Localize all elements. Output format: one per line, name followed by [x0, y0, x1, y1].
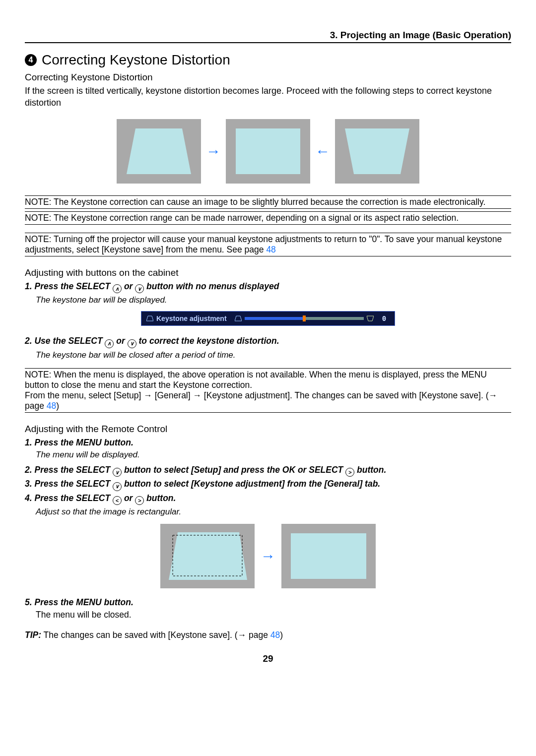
- note-text: ): [56, 401, 59, 411]
- keystone-slider[interactable]: [245, 317, 364, 320]
- svg-rect-8: [291, 533, 366, 579]
- arrow-right-icon: →: [261, 548, 275, 565]
- keystone-adjustment-bar: Keystone adjustment 0: [141, 311, 395, 326]
- down-button-icon: ∨: [135, 284, 144, 293]
- note-menu-line1: NOTE: When the menu is displayed, the ab…: [25, 370, 511, 390]
- trapezoid-top-icon: [146, 315, 153, 321]
- up-button-icon: ∧: [113, 284, 122, 293]
- note-menu-line2: From the menu, select [Setup] → [General…: [25, 390, 511, 411]
- arrow-right-icon: →: [206, 143, 221, 160]
- subsection-title: Correcting Keystone Distortion: [25, 72, 511, 83]
- keystone-diagram-1: → ←: [25, 119, 511, 184]
- rectangle-corrected: [226, 119, 310, 184]
- trapezoid-bottom-icon: [367, 315, 374, 321]
- cabinet-step-2: 2. Use the SELECT ∧ or ∨ to correct the …: [25, 336, 511, 348]
- step-text: button to select [Setup] and press the O…: [122, 465, 345, 475]
- heading-cabinet: Adjusting with buttons on the cabinet: [25, 267, 511, 278]
- chapter-title: 3. Projecting an Image (Basic Operation): [330, 30, 511, 42]
- step-text: 2. Press the SELECT: [25, 465, 113, 475]
- tip-label: TIP:: [25, 630, 41, 640]
- remote-step-4-result: Adjust so that the image is rectangular.: [36, 507, 511, 517]
- step-text: or: [122, 493, 135, 503]
- step-text: or: [114, 336, 127, 346]
- note-save: NOTE: Turning off the projector will cau…: [25, 233, 511, 256]
- svg-rect-1: [236, 128, 300, 174]
- down-button-icon: ∨: [113, 468, 122, 477]
- cabinet-step-2-result: The keystone bar will be closed after a …: [36, 350, 511, 360]
- step-text: 2. Use the SELECT: [25, 336, 105, 346]
- note-menu: NOTE: When the menu is displayed, the ab…: [25, 368, 511, 413]
- slider-handle[interactable]: [303, 315, 306, 321]
- arrow-left-icon: ←: [315, 143, 330, 160]
- note-save-text: NOTE: Turning off the projector will cau…: [25, 234, 502, 254]
- step-text: 1. Press the SELECT: [25, 281, 113, 291]
- note-range: NOTE: The Keystone correction range can …: [25, 211, 511, 225]
- trapezoid-narrow-top: [117, 119, 201, 184]
- intro-text: If the screen is tilted vertically, keys…: [25, 85, 511, 109]
- heading-remote: Adjusting with the Remote Control: [25, 424, 511, 435]
- page-number: 29: [25, 653, 511, 664]
- page-link-48[interactable]: 48: [266, 245, 275, 254]
- step-text: or: [122, 281, 135, 291]
- svg-marker-6: [169, 532, 247, 580]
- keystone-value: 0: [377, 315, 392, 322]
- remote-step-4: 4. Press the SELECT < or > button.: [25, 493, 511, 505]
- svg-marker-4: [235, 316, 242, 321]
- page-header: 3. Projecting an Image (Basic Operation): [25, 30, 511, 43]
- tip: TIP: The changes can be saved with [Keys…: [25, 630, 511, 640]
- remote-step-5: 5. Press the MENU button.: [25, 597, 511, 608]
- down-button-icon: ∨: [113, 482, 122, 491]
- keystone-diagram-2: →: [25, 524, 511, 588]
- trapezoid-with-guide: [160, 524, 255, 588]
- note-blur: NOTE: The Keystone correction can cause …: [25, 195, 511, 209]
- tip-text: The changes can be saved with [Keystone …: [41, 630, 270, 640]
- rectangle-corrected: [281, 524, 376, 588]
- tip-text: ): [280, 630, 283, 640]
- remote-step-1-result: The menu will be displayed.: [36, 450, 511, 460]
- step-text: button.: [354, 465, 386, 475]
- page-link-48[interactable]: 48: [47, 401, 56, 411]
- section-title: Correcting Keystone Distortion: [42, 52, 230, 68]
- step-text: 3. Press the SELECT: [25, 479, 113, 489]
- remote-step-2: 2. Press the SELECT ∨ button to select […: [25, 465, 511, 477]
- cabinet-step-1-result: The keystone bar will be displayed.: [36, 295, 511, 305]
- step-text: button.: [144, 493, 176, 503]
- right-button-icon: >: [135, 496, 144, 505]
- up-button-icon: ∧: [105, 339, 114, 348]
- svg-marker-3: [146, 316, 153, 321]
- cabinet-step-1: 1. Press the SELECT ∧ or ∨ button with n…: [25, 281, 511, 294]
- keystone-bar-label: Keystone adjustment: [156, 315, 227, 322]
- step-text: button to select [Keystone adjustment] f…: [122, 479, 380, 489]
- note-text: From the menu, select [Setup] → [General…: [25, 390, 497, 411]
- step-text: to correct the keystone distortion.: [136, 336, 279, 346]
- remote-step-5-result: The menu will be closed.: [36, 610, 511, 620]
- step-text: button with no menus displayed: [144, 281, 279, 291]
- remote-step-1: 1. Press the MENU button.: [25, 438, 511, 448]
- step-text: 4. Press the SELECT: [25, 493, 113, 503]
- svg-marker-0: [127, 128, 191, 174]
- left-button-icon: <: [113, 496, 122, 505]
- remote-step-3: 3. Press the SELECT ∨ button to select […: [25, 479, 511, 491]
- page-link-48[interactable]: 48: [270, 630, 280, 640]
- section-bullet-4-icon: 4: [25, 54, 37, 66]
- svg-marker-2: [345, 128, 409, 174]
- down-button-icon: ∨: [128, 339, 136, 348]
- svg-marker-5: [367, 316, 374, 321]
- trapezoid-narrow-bottom: [335, 119, 419, 184]
- right-button-icon: >: [345, 468, 354, 477]
- trapezoid-top-icon: [235, 315, 242, 321]
